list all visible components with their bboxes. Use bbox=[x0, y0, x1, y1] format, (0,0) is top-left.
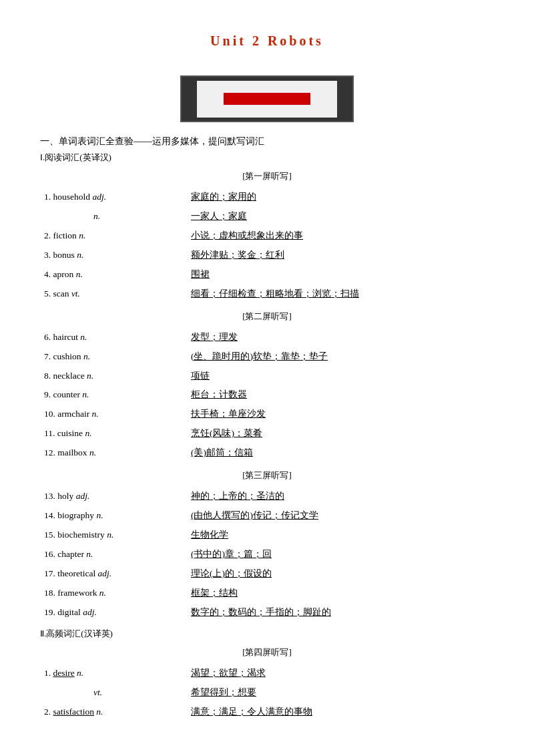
vocab-row: 6. haircut n.发型；理发 bbox=[40, 328, 494, 347]
vocab-row: 3. bonus n.额外津贴；奖金；红利 bbox=[40, 246, 494, 265]
word-meaning: 满意；满足；令人满意的事物 bbox=[187, 703, 494, 722]
vocab-table-2: 6. haircut n.发型；理发7. cushion n.(坐、跪时用的)软… bbox=[40, 328, 494, 463]
word-meaning: 理论(上)的；假设的 bbox=[187, 564, 494, 584]
word-pos: n. bbox=[77, 250, 83, 260]
vocab-table-1: 1. household adj.家庭的；家用的n.一家人；家庭2. ficti… bbox=[40, 188, 494, 304]
listen-label-4: [第四屏听写] bbox=[40, 646, 494, 658]
listen-label-1: [第一屏听写] bbox=[40, 170, 494, 182]
vocab-row: 18. framework n.框架；结构 bbox=[40, 584, 494, 603]
word-meaning: 柜台；计数器 bbox=[187, 385, 494, 405]
word-meaning: 小说；虚构或想象出来的事 bbox=[187, 226, 494, 246]
word-pos: vt. bbox=[93, 687, 102, 697]
word-text: mailbox bbox=[57, 447, 87, 457]
word-meaning: 框架；结构 bbox=[187, 584, 494, 603]
vocab-row: 7. cushion n.(坐、跪时用的)软垫；靠垫；垫子 bbox=[40, 347, 494, 367]
word-number: 8. bbox=[44, 371, 53, 381]
word-number: 18. bbox=[44, 588, 57, 598]
word-pos: n. bbox=[96, 510, 103, 520]
word-meaning: 家庭的；家用的 bbox=[187, 188, 494, 207]
word-number: 7. bbox=[44, 351, 53, 361]
word-number: 1. bbox=[44, 192, 53, 202]
word-meaning: 项链 bbox=[187, 367, 494, 386]
word-text: counter bbox=[53, 389, 80, 399]
word-meaning: 数字的；数码的；手指的；脚趾的 bbox=[187, 603, 494, 622]
word-text: cushion bbox=[53, 351, 81, 361]
listen-label-2: [第二屏听写] bbox=[40, 311, 494, 323]
word-pos: adj. bbox=[83, 607, 97, 617]
word-number: 2. bbox=[44, 230, 53, 240]
vocab-row: 10. armchair n.扶手椅；单座沙发 bbox=[40, 405, 494, 424]
word-pos: n. bbox=[80, 332, 87, 342]
word-number: 17. bbox=[44, 568, 57, 578]
vocab-row: 17. theoretical adj.理论(上)的；假设的 bbox=[40, 564, 494, 584]
word-number: 16. bbox=[44, 549, 57, 559]
vocab-row: n.一家人；家庭 bbox=[40, 207, 494, 226]
word-text: holy bbox=[57, 491, 73, 501]
word-pos: n. bbox=[83, 351, 90, 361]
media-box-inner bbox=[197, 81, 337, 118]
word-text: biography bbox=[57, 510, 94, 520]
vocab-row: 9. counter n.柜台；计数器 bbox=[40, 385, 494, 405]
word-meaning: 发型；理发 bbox=[187, 328, 494, 347]
vocab-row: 2. satisfaction n.满意；满足；令人满意的事物 bbox=[40, 703, 494, 722]
word-number: 10. bbox=[44, 409, 57, 419]
word-pos: n. bbox=[86, 549, 93, 559]
word-text: scan bbox=[53, 289, 69, 299]
section1-header: 一、单词表词汇全查验——运用多媒体，提问默写词汇 bbox=[40, 136, 494, 148]
word-meaning: 生物化学 bbox=[187, 526, 494, 545]
word-pos: n. bbox=[99, 588, 106, 598]
word-number: 14. bbox=[44, 510, 57, 520]
word-meaning: 神的；上帝的；圣洁的 bbox=[187, 487, 494, 506]
word-pos: n. bbox=[96, 707, 103, 717]
page-title: Unit 2 Robots bbox=[40, 33, 494, 49]
vocab-row: 12. mailbox n.(美)邮筒；信箱 bbox=[40, 443, 494, 463]
vocab-row: 2. fiction n.小说；虚构或想象出来的事 bbox=[40, 226, 494, 246]
word-pos: n. bbox=[77, 668, 83, 678]
word-pos: n. bbox=[76, 269, 83, 279]
word-text: necklace bbox=[53, 371, 85, 381]
word-text: haircut bbox=[53, 332, 78, 342]
word-number: 4. bbox=[44, 269, 53, 279]
word-number: 5. bbox=[44, 289, 53, 299]
vocab-table-4: 1. desire n.渴望；欲望；渴求vt.希望得到；想要2. satisfa… bbox=[40, 664, 494, 722]
subsection1-header: Ⅰ.阅读词汇(英译汉) bbox=[40, 152, 494, 164]
media-redbar bbox=[224, 93, 310, 105]
word-number: 13. bbox=[44, 491, 57, 501]
word-number: 9. bbox=[44, 389, 53, 399]
word-pos: n. bbox=[85, 428, 91, 438]
word-meaning: 围裙 bbox=[187, 265, 494, 285]
word-meaning: 细看；仔细检查；粗略地看；浏览；扫描 bbox=[187, 285, 494, 304]
vocab-table-3: 13. holy adj.神的；上帝的；圣洁的14. biography n.(… bbox=[40, 487, 494, 622]
word-number: 19. bbox=[44, 607, 57, 617]
word-pos: n. bbox=[89, 447, 96, 457]
listen-label-3: [第三屏听写] bbox=[40, 469, 494, 482]
vocab-row: vt.希望得到；想要 bbox=[40, 683, 494, 703]
word-text: satisfaction bbox=[53, 707, 94, 717]
word-pos: n. bbox=[107, 530, 113, 540]
word-number: 12. bbox=[44, 447, 57, 457]
word-text: apron bbox=[53, 269, 74, 279]
word-meaning: 扶手椅；单座沙发 bbox=[187, 405, 494, 424]
media-banner bbox=[40, 75, 494, 122]
word-meaning: 烹饪(风味)；菜肴 bbox=[187, 424, 494, 443]
word-text: theoretical bbox=[57, 568, 95, 578]
word-pos: vt. bbox=[71, 289, 80, 299]
word-meaning: (坐、跪时用的)软垫；靠垫；垫子 bbox=[187, 347, 494, 367]
vocab-row: 8. necklace n.项链 bbox=[40, 367, 494, 386]
word-meaning: (书中的)章；篇；回 bbox=[187, 545, 494, 564]
vocab-row: 16. chapter n.(书中的)章；篇；回 bbox=[40, 545, 494, 564]
word-pos: adj. bbox=[98, 568, 112, 578]
vocab-row: 5. scan vt.细看；仔细检查；粗略地看；浏览；扫描 bbox=[40, 285, 494, 304]
word-pos: adj. bbox=[92, 192, 106, 202]
word-pos: n. bbox=[87, 371, 93, 381]
word-number: 15. bbox=[44, 530, 57, 540]
word-text: fiction bbox=[53, 230, 77, 240]
vocab-row: 1. desire n.渴望；欲望；渴求 bbox=[40, 664, 494, 683]
word-meaning: 额外津贴；奖金；红利 bbox=[187, 246, 494, 265]
vocab-row: 13. holy adj.神的；上帝的；圣洁的 bbox=[40, 487, 494, 506]
word-pos: n. bbox=[93, 211, 100, 221]
word-text: digital bbox=[57, 607, 81, 617]
word-meaning: 一家人；家庭 bbox=[187, 207, 494, 226]
word-pos: n. bbox=[79, 230, 85, 240]
word-meaning: 希望得到；想要 bbox=[187, 683, 494, 703]
